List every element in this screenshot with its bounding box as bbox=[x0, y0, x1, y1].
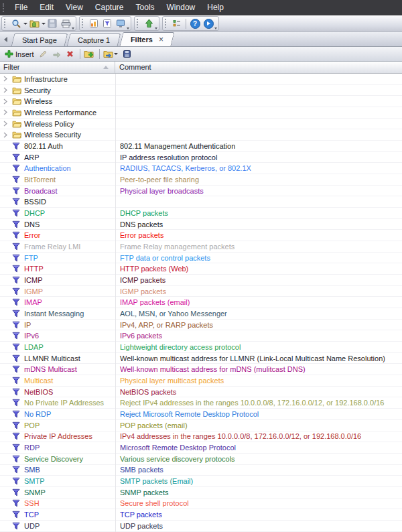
menu-item-window[interactable]: Window bbox=[161, 0, 202, 15]
table-row[interactable]: POPPOP packets (email) bbox=[0, 420, 402, 431]
table-row[interactable]: Wireless Policy bbox=[0, 119, 402, 130]
table-row[interactable]: mDNS MulticastWell-known multicast addre… bbox=[0, 364, 402, 375]
table-row[interactable]: TCPTCP packets bbox=[0, 509, 402, 521]
table-row[interactable]: ICMPICMP packets bbox=[0, 275, 402, 286]
table-row[interactable]: Private IP AddressesIPv4 addresses in th… bbox=[0, 431, 402, 443]
table-row[interactable]: IGMPIGMP packets bbox=[0, 286, 402, 297]
search-button[interactable] bbox=[9, 17, 23, 30]
delete-button[interactable] bbox=[64, 49, 76, 59]
filter-name: 802.11 Auth bbox=[24, 142, 63, 150]
toolbar-overflow-icon[interactable] bbox=[155, 27, 157, 29]
expand-chevron[interactable] bbox=[3, 109, 12, 115]
help-button[interactable]: ? bbox=[188, 17, 202, 30]
chevron-right-icon[interactable] bbox=[3, 98, 8, 105]
comment-cell: 802.11 Management Authentication bbox=[115, 142, 402, 150]
table-row[interactable]: ARPIP address resolution protocol bbox=[0, 152, 402, 163]
table-row[interactable]: Security bbox=[0, 85, 402, 96]
table-row[interactable]: FTPFTP data or control packets bbox=[0, 253, 402, 264]
expand-chevron[interactable] bbox=[3, 132, 12, 138]
table-row[interactable]: BSSID bbox=[0, 196, 402, 208]
table-row[interactable]: 802.11 Auth802.11 Management Authenticat… bbox=[0, 141, 402, 152]
table-row[interactable]: NetBIOSNetBIOS packets bbox=[0, 387, 402, 398]
table-row[interactable]: UDPUDP packets bbox=[0, 521, 402, 532]
insert-group-button[interactable] bbox=[82, 49, 95, 59]
toolbar-overflow-icon[interactable] bbox=[72, 27, 74, 29]
capture-options-button[interactable] bbox=[114, 17, 127, 30]
table-row[interactable]: IMAPIMAP packets (email) bbox=[0, 297, 402, 308]
menubar-grip[interactable] bbox=[3, 3, 5, 12]
tab-filters[interactable]: Filters× bbox=[120, 32, 175, 46]
chevron-right-icon[interactable] bbox=[3, 76, 8, 82]
table-row[interactable]: SMBSMB packets bbox=[0, 465, 402, 476]
toolbar-grip[interactable] bbox=[137, 19, 139, 28]
options-button[interactable] bbox=[170, 17, 184, 30]
table-row[interactable]: Wireless Performance bbox=[0, 107, 402, 119]
import-filters-button[interactable] bbox=[102, 49, 119, 59]
menu-item-tools[interactable]: Tools bbox=[130, 0, 161, 15]
expand-chevron[interactable] bbox=[3, 76, 12, 82]
print-button[interactable] bbox=[59, 17, 72, 30]
table-row[interactable]: HTTPHTTP packets (Web) bbox=[0, 263, 402, 275]
table-row[interactable]: BroadcastPhysical layer broadcasts bbox=[0, 186, 402, 197]
check-updates-button[interactable] bbox=[142, 17, 155, 30]
chevron-right-icon[interactable] bbox=[3, 109, 8, 115]
table-row[interactable]: Infrastructure bbox=[0, 74, 402, 85]
table-row[interactable]: IPIPv4, ARP, or RARP packets bbox=[0, 320, 402, 331]
table-row[interactable]: LLMNR MulticastWell-known multicast addr… bbox=[0, 353, 402, 364]
table-row[interactable]: LDAPLightweight directory access protoco… bbox=[0, 342, 402, 353]
chevron-right-icon[interactable] bbox=[3, 121, 8, 127]
table-row[interactable]: Frame Relay LMIFrame Relay management pa… bbox=[0, 241, 402, 253]
menu-item-file[interactable]: File bbox=[9, 0, 34, 15]
table-row[interactable]: MulticastPhysical layer multicast packet… bbox=[0, 375, 402, 387]
table-row[interactable]: IPv6IPv6 packets bbox=[0, 330, 402, 342]
table-row[interactable]: No Private IP AddressesReject IPv4 addre… bbox=[0, 397, 402, 409]
insert-button[interactable]: Insert bbox=[3, 49, 36, 59]
toolbar-grip[interactable] bbox=[165, 19, 168, 28]
toolbar-grip[interactable] bbox=[82, 19, 84, 28]
table-row[interactable]: BitTorrentPeer-to-peer file sharing bbox=[0, 174, 402, 186]
toolbar-grip[interactable] bbox=[4, 19, 7, 28]
menu-item-view[interactable]: View bbox=[60, 0, 89, 15]
chevron-right-icon[interactable] bbox=[3, 132, 8, 138]
toolbar-overflow-icon[interactable] bbox=[127, 27, 129, 29]
chevron-right-icon[interactable] bbox=[3, 87, 8, 93]
menu-item-edit[interactable]: Edit bbox=[34, 0, 60, 15]
toolbar-overflow-icon[interactable] bbox=[214, 27, 217, 29]
import-dropdown-caret-icon[interactable] bbox=[114, 53, 118, 55]
expand-chevron[interactable] bbox=[3, 121, 12, 127]
column-header-filter[interactable]: Filter bbox=[0, 62, 115, 73]
tab-capture-1[interactable]: Capture 1 bbox=[67, 34, 121, 46]
expand-chevron[interactable] bbox=[3, 98, 12, 105]
table-row[interactable]: DNSDNS packets bbox=[0, 219, 402, 230]
table-row[interactable]: Instant MessagingAOL, MSN, or Yahoo Mess… bbox=[0, 308, 402, 320]
tab-scroll-left-icon[interactable] bbox=[4, 37, 7, 42]
expand-chevron[interactable] bbox=[3, 87, 12, 93]
tab-close-icon[interactable]: × bbox=[159, 35, 163, 44]
table-row[interactable]: ErrorError packets bbox=[0, 230, 402, 241]
table-row[interactable]: SMTPSMTP packets (Email) bbox=[0, 476, 402, 487]
duplicate-button[interactable] bbox=[51, 49, 62, 59]
resources-button[interactable] bbox=[202, 17, 215, 30]
menu-item-help[interactable]: Help bbox=[201, 0, 230, 15]
filter-name: BSSID bbox=[24, 198, 46, 206]
table-row[interactable]: Wireless bbox=[0, 96, 402, 107]
tab-start-page[interactable]: Start Page bbox=[11, 34, 68, 46]
table-row[interactable]: SNMPSNMP packets bbox=[0, 487, 402, 498]
table-row[interactable]: RDPMicrosoft Remote Desktop Protocol bbox=[0, 442, 402, 454]
export-filters-button[interactable] bbox=[121, 49, 133, 59]
table-row[interactable]: AuthenticationRADIUS, TACACS, Kerberos, … bbox=[0, 163, 402, 174]
edit-button[interactable] bbox=[38, 49, 49, 59]
column-header-comment[interactable]: Comment bbox=[115, 62, 402, 73]
table-row[interactable]: Service DiscoveryVarious service discove… bbox=[0, 454, 402, 465]
start-page-button[interactable] bbox=[87, 17, 100, 30]
filter-funnel-icon bbox=[12, 254, 20, 262]
table-row[interactable]: Wireless Security bbox=[0, 129, 402, 141]
table-row[interactable]: SSHSecure shell protocol bbox=[0, 498, 402, 510]
menu-item-capture[interactable]: Capture bbox=[89, 0, 130, 15]
open-capture-button[interactable] bbox=[27, 17, 41, 30]
table-row[interactable]: DHCPDHCP packets bbox=[0, 208, 402, 219]
table-row[interactable]: No RDPReject Microsoft Remote Desktop Pr… bbox=[0, 409, 402, 420]
column-divider[interactable] bbox=[115, 74, 116, 532]
save-button[interactable] bbox=[46, 17, 59, 30]
view-filters-button[interactable] bbox=[100, 17, 114, 30]
